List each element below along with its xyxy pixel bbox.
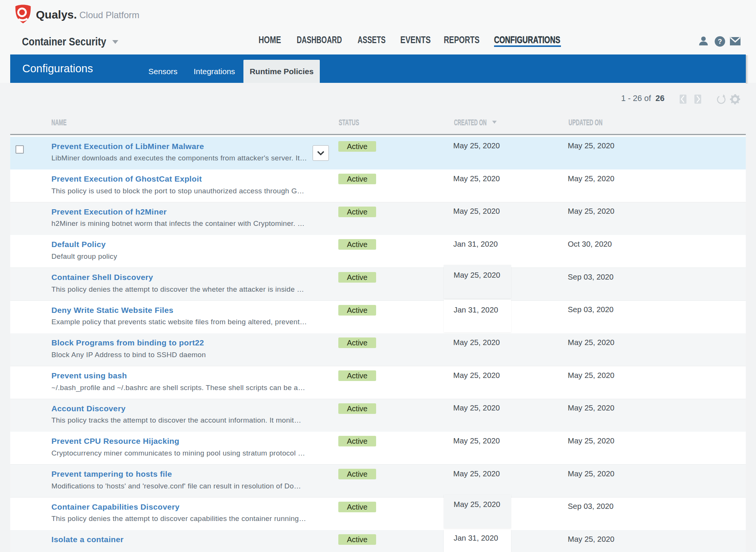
svg-text:?: ? <box>718 38 722 45</box>
